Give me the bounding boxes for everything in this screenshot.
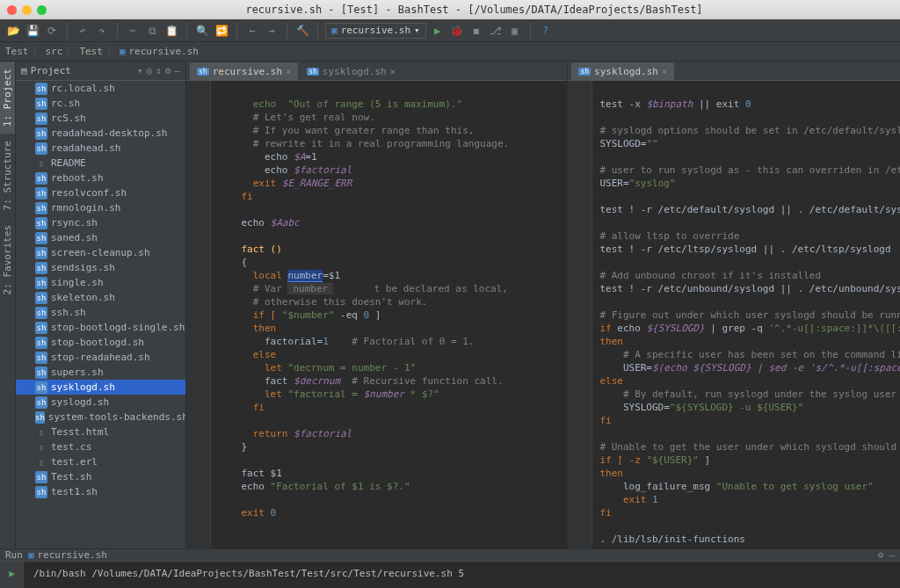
shell-file-icon: sh xyxy=(35,202,47,214)
tree-file-item[interactable]: shstop-readahead.sh xyxy=(16,350,185,365)
collapse-icon[interactable]: ⇕ xyxy=(156,65,162,76)
editor-tab[interactable]: shrecursive.sh× xyxy=(190,62,298,80)
cut-icon[interactable]: ✂ xyxy=(125,23,141,39)
tree-file-item[interactable]: shreadahead-desktop.sh xyxy=(16,126,185,141)
tree-file-item[interactable]: shreboot.sh xyxy=(16,171,185,185)
editor-code-right[interactable]: test -x $binpath || exit 0 # syslogd opt… xyxy=(568,81,900,548)
tree-file-name: resolvconf.sh xyxy=(51,187,127,199)
tree-file-name: supers.sh xyxy=(51,367,104,378)
shell-file-icon: sh xyxy=(35,113,47,125)
stop-icon[interactable]: ◼ xyxy=(468,23,484,39)
tree-file-name: rc.sh xyxy=(51,98,80,109)
crumb[interactable]: src xyxy=(46,46,63,57)
crumb[interactable]: recursive.sh xyxy=(129,46,199,57)
tree-file-item[interactable]: shrc.sh xyxy=(16,96,185,111)
run-console[interactable]: /bin/bash /Volumes/DATA/IdeaProjects/Bas… xyxy=(25,562,900,588)
zoom-window-button[interactable] xyxy=(37,5,47,15)
shell-file-icon: sh xyxy=(197,68,209,76)
editor-tab[interactable]: shsysklogd.sh× xyxy=(571,62,674,80)
tree-file-item[interactable]: ▯README xyxy=(16,156,185,171)
minimize-window-button[interactable] xyxy=(22,5,32,15)
gear-icon[interactable]: ⚙ xyxy=(878,549,884,561)
sync-icon[interactable]: ⟳ xyxy=(44,23,60,39)
crumb[interactable]: Test xyxy=(5,46,29,57)
editor-splitter: shrecursive.sh×shsysklogd.sh× echo "Out … xyxy=(186,62,900,548)
tree-file-item[interactable]: ▯test.cs xyxy=(16,439,185,454)
target-icon[interactable]: ◎ xyxy=(147,65,153,76)
tree-file-item[interactable]: shTest.sh xyxy=(16,469,185,484)
tree-file-item[interactable]: shstop-bootlogd-single.sh xyxy=(16,320,185,335)
help-icon[interactable]: ? xyxy=(538,23,554,39)
tree-file-item[interactable]: ▯Tesst.html xyxy=(16,425,185,439)
tree-file-item[interactable]: shresolvconf.sh xyxy=(16,185,185,200)
editor-tab[interactable]: shsysklogd.sh× xyxy=(300,62,403,80)
tree-file-item[interactable]: shskeleton.sh xyxy=(16,290,185,305)
shell-file-icon: sh xyxy=(35,486,47,498)
back-icon[interactable]: ← xyxy=(244,23,260,39)
tree-file-item[interactable]: shssh.sh xyxy=(16,305,185,320)
tree-file-item[interactable]: shsendsigs.sh xyxy=(16,260,185,275)
forward-icon[interactable]: → xyxy=(264,23,279,39)
find-icon[interactable]: 🔍 xyxy=(194,23,210,39)
tree-file-item[interactable]: shsaned.sh xyxy=(16,230,185,245)
close-tab-icon[interactable]: × xyxy=(286,67,291,76)
tree-file-item[interactable]: shsyslogd.sh xyxy=(16,395,185,410)
tree-file-item[interactable]: shrsync.sh xyxy=(16,215,185,230)
debug-icon[interactable]: 🐞 xyxy=(449,23,465,39)
close-window-button[interactable] xyxy=(7,5,17,15)
tree-file-item[interactable]: shtest1.sh xyxy=(16,484,185,499)
editor-tabs-right: shsysklogd.sh× xyxy=(568,62,900,81)
tree-file-item[interactable]: shsystem-tools-backends.sh xyxy=(16,410,185,425)
shell-file-icon: sh xyxy=(35,217,47,229)
build-icon[interactable]: 🔨 xyxy=(294,23,310,39)
vcs-icon[interactable]: ⎇ xyxy=(488,23,504,39)
run-tool-window: Run ▣ recursive.sh ⚙ — ▶ ◼ ↑ ↓ ↩ 🖨 🗑 /bi… xyxy=(0,548,900,588)
run-icon[interactable]: ▶ xyxy=(430,23,446,39)
sidetab-structure[interactable]: 7: Structure xyxy=(0,134,15,217)
rerun-icon[interactable]: ▶ xyxy=(4,565,20,581)
shell-file-icon: sh xyxy=(35,411,45,424)
tree-file-name: screen-cleanup.sh xyxy=(51,247,150,258)
tree-file-item[interactable]: shsingle.sh xyxy=(16,275,185,290)
file-icon: ▯ xyxy=(35,157,47,170)
run-configuration-selector[interactable]: ▣ recursive.sh ▾ xyxy=(325,23,426,39)
paste-icon[interactable]: 📋 xyxy=(163,23,179,39)
tree-file-item[interactable]: shrc.local.sh xyxy=(16,81,185,96)
shell-file-icon: sh xyxy=(35,142,47,155)
tree-file-item[interactable]: shstop-bootlogd.sh xyxy=(16,335,185,350)
gear-icon[interactable]: ⚙ xyxy=(165,65,171,76)
shell-file-icon: sh xyxy=(35,396,47,409)
sidetab-favorites[interactable]: 2: Favorites xyxy=(0,218,15,301)
close-tab-icon[interactable]: × xyxy=(390,67,396,76)
hide-icon[interactable]: — xyxy=(889,549,895,561)
open-icon[interactable]: 📂 xyxy=(5,23,21,39)
file-icon: ▯ xyxy=(35,441,47,454)
save-icon[interactable]: 💾 xyxy=(25,23,40,39)
project-tree[interactable]: shrc.local.shshrc.shshrcS.shshreadahead-… xyxy=(16,81,185,548)
crumb[interactable]: Test xyxy=(79,46,103,57)
tree-file-item[interactable]: shscreen-cleanup.sh xyxy=(16,245,185,260)
hide-icon[interactable]: — xyxy=(174,65,180,76)
editor-pane-right: shsysklogd.sh× test -x $binpath || exit … xyxy=(568,62,900,548)
window-title: recursive.sh - [Test] - BashTest - [/Vol… xyxy=(55,4,893,16)
project-structure-icon[interactable]: ▣ xyxy=(507,23,523,39)
tree-file-item[interactable]: ▯test.erl xyxy=(16,454,185,469)
replace-icon[interactable]: 🔁 xyxy=(214,23,229,39)
editor-code-left[interactable]: echo "Out of range (5 is maximum)." # Le… xyxy=(186,81,567,548)
stop-icon[interactable]: ◼ xyxy=(4,584,20,588)
close-tab-icon[interactable]: × xyxy=(662,67,667,76)
shell-file-icon: sh xyxy=(35,127,47,140)
chevron-down-icon[interactable]: ▾ xyxy=(137,65,143,76)
shell-file-icon: sh xyxy=(35,337,47,349)
sidetab-project[interactable]: 1: Project xyxy=(0,62,15,134)
completion-hint[interactable]: number xyxy=(287,283,333,294)
redo-icon[interactable]: ↷ xyxy=(94,23,110,39)
shell-file-icon: sh xyxy=(578,68,591,76)
tree-file-item[interactable]: shsupers.sh xyxy=(16,365,185,380)
copy-icon[interactable]: ⧉ xyxy=(144,23,160,39)
tree-file-item[interactable]: shsysklogd.sh xyxy=(16,380,185,395)
tree-file-item[interactable]: shreadahead.sh xyxy=(16,141,185,156)
tree-file-item[interactable]: shrmnologin.sh xyxy=(16,200,185,215)
undo-icon[interactable]: ↶ xyxy=(75,23,91,39)
tree-file-item[interactable]: shrcS.sh xyxy=(16,111,185,126)
